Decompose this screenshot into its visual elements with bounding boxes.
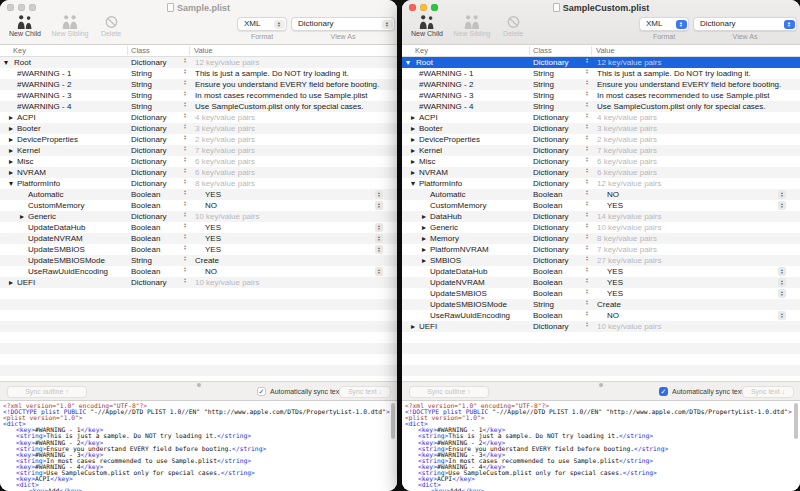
row-key[interactable]: #WARNING - 4 — [419, 102, 473, 111]
row-key[interactable]: CustomMemory — [28, 201, 84, 210]
value-stepper-icon[interactable]: ▴▾ — [184, 179, 186, 185]
auto-sync-checkbox[interactable]: ✓ — [659, 387, 668, 396]
row-key[interactable]: Generic — [28, 212, 56, 221]
boolean-stepper[interactable]: ▴▾ — [778, 267, 786, 276]
row-class[interactable]: Dictionary — [533, 234, 569, 243]
row-value[interactable]: YES — [607, 201, 623, 210]
row-value[interactable]: YES — [205, 234, 221, 243]
disclosure-open-icon[interactable]: ▾ — [4, 58, 8, 67]
row-key[interactable]: NVRAM — [17, 168, 46, 177]
plist-row-warning-3[interactable]: #WARNING - 3String▴▾In most cases recomm… — [402, 90, 800, 101]
row-class[interactable]: String — [131, 80, 152, 89]
row-class[interactable]: Boolean — [131, 234, 160, 243]
plist-row-misc[interactable]: ▸MiscDictionary▴▾6 key/value pairs — [0, 156, 397, 167]
row-key[interactable]: UpdateSMBIOS — [430, 289, 487, 298]
value-stepper-icon[interactable]: ▴▾ — [184, 256, 186, 262]
row-value[interactable]: YES — [205, 190, 221, 199]
value-stepper-icon[interactable]: ▴▾ — [586, 69, 588, 75]
row-class[interactable]: Dictionary — [533, 124, 569, 133]
row-value[interactable]: NO — [205, 267, 217, 276]
value-stepper-icon[interactable]: ▴▾ — [586, 135, 588, 141]
value-stepper-icon[interactable]: ▴▾ — [184, 102, 186, 108]
disclosure-closed-icon[interactable]: ▸ — [9, 157, 13, 166]
row-value[interactable]: 7 key/value pairs — [597, 245, 657, 254]
plist-row-booter[interactable]: ▸BooterDictionary▴▾3 key/value pairs — [402, 123, 800, 134]
row-class[interactable]: Dictionary — [131, 58, 167, 67]
disclosure-closed-icon[interactable]: ▸ — [422, 212, 426, 221]
row-key[interactable]: UEFI — [419, 322, 437, 331]
boolean-stepper[interactable]: ▴▾ — [375, 190, 383, 199]
row-key[interactable]: Root — [14, 58, 31, 67]
value-stepper-icon[interactable]: ▴▾ — [184, 113, 186, 119]
sync-text-button[interactable]: Sync text ↓ — [339, 386, 391, 398]
plist-row-userawuuidencoding[interactable]: UseRawUuidEncodingBoolean▴▾NO▴▾ — [0, 266, 397, 277]
disclosure-closed-icon[interactable]: ▸ — [9, 168, 13, 177]
row-class[interactable]: Dictionary — [533, 223, 569, 232]
row-key[interactable]: #WARNING - 3 — [17, 91, 71, 100]
row-class[interactable]: Boolean — [533, 289, 562, 298]
row-key[interactable]: PlatformInfo — [17, 179, 60, 188]
value-stepper-icon[interactable]: ▴▾ — [586, 322, 588, 328]
sync-outline-button[interactable]: Sync outline ↑ — [409, 386, 489, 398]
row-class[interactable]: Dictionary — [131, 157, 167, 166]
row-key[interactable]: #WARNING - 2 — [17, 80, 71, 89]
value-stepper-icon[interactable]: ▴▾ — [184, 245, 186, 251]
row-class[interactable]: Dictionary — [131, 168, 167, 177]
row-value[interactable]: NO — [607, 311, 619, 320]
row-key[interactable]: Misc — [419, 157, 435, 166]
row-value[interactable]: Use SampleCustom.plist only for special … — [597, 102, 766, 111]
value-stepper-icon[interactable]: ▴▾ — [184, 58, 186, 64]
row-class[interactable]: Boolean — [533, 190, 562, 199]
row-class[interactable]: Boolean — [131, 201, 160, 210]
plist-row-warning-4[interactable]: #WARNING - 4String▴▾Use SampleCustom.pli… — [0, 101, 397, 112]
disclosure-closed-icon[interactable]: ▸ — [411, 113, 415, 122]
column-value[interactable]: Value — [596, 46, 615, 55]
value-stepper-icon[interactable]: ▴▾ — [586, 234, 588, 240]
row-key[interactable]: Kernel — [17, 146, 40, 155]
row-value[interactable]: YES — [607, 289, 623, 298]
plist-row-userawuuidencoding[interactable]: UseRawUuidEncodingBoolean▴▾NO▴▾ — [402, 310, 800, 321]
plist-row-warning-1[interactable]: #WARNING - 1String▴▾This is just a sampl… — [0, 68, 397, 79]
row-value[interactable]: In most cases recommended to use Sample.… — [597, 91, 770, 100]
value-stepper-icon[interactable]: ▴▾ — [586, 256, 588, 262]
value-stepper-icon[interactable]: ▴▾ — [184, 267, 186, 273]
row-class[interactable]: String — [533, 300, 554, 309]
row-value[interactable]: YES — [607, 278, 623, 287]
row-class[interactable]: Dictionary — [533, 179, 569, 188]
disclosure-closed-icon[interactable]: ▸ — [9, 124, 13, 133]
value-stepper-icon[interactable]: ▴▾ — [586, 278, 588, 284]
value-stepper-icon[interactable]: ▴▾ — [586, 311, 588, 317]
row-value[interactable]: Create — [195, 256, 219, 265]
row-class[interactable]: String — [533, 69, 554, 78]
row-class[interactable]: String — [533, 80, 554, 89]
plist-row-uefi[interactable]: ▸UEFIDictionary▴▾10 key/value pairs — [0, 277, 397, 288]
value-stepper-icon[interactable]: ▴▾ — [184, 146, 186, 152]
row-class[interactable]: Boolean — [131, 190, 160, 199]
plist-row-booter[interactable]: ▸BooterDictionary▴▾3 key/value pairs — [0, 123, 397, 134]
plist-row-root[interactable]: ▾RootDictionary▴▾12 key/value pairs — [402, 57, 800, 68]
view-as-dropdown[interactable]: Dictionary ▴▾ — [291, 17, 395, 31]
plist-row-automatic[interactable]: AutomaticBoolean▴▾YES▴▾ — [0, 189, 397, 200]
plist-row-updatedatahub[interactable]: UpdateDataHubBoolean▴▾YES▴▾ — [402, 266, 800, 277]
boolean-stepper[interactable]: ▴▾ — [375, 234, 383, 243]
row-key[interactable]: #WARNING - 2 — [419, 80, 473, 89]
xml-source-editor[interactable]: <?xml version="1.0" encoding="UTF-8"?><!… — [0, 400, 397, 491]
plist-row-deviceproperties[interactable]: ▸DevicePropertiesDictionary▴▾2 key/value… — [402, 134, 800, 145]
plist-row-misc[interactable]: ▸MiscDictionary▴▾6 key/value pairs — [402, 156, 800, 167]
row-class[interactable]: Dictionary — [131, 179, 167, 188]
column-class[interactable]: Class — [533, 46, 552, 55]
value-stepper-icon[interactable]: ▴▾ — [184, 234, 186, 240]
row-value[interactable]: 10 key/value pairs — [195, 212, 259, 221]
format-dropdown[interactable]: XML ▴▾ — [639, 17, 689, 31]
row-class[interactable]: Dictionary — [533, 168, 569, 177]
row-key[interactable]: Root — [416, 58, 433, 67]
new-child-button[interactable]: New Child — [406, 15, 448, 37]
value-stepper-icon[interactable]: ▴▾ — [586, 80, 588, 86]
plist-row-updatesmbiosmode[interactable]: UpdateSMBIOSModeString▴▾Create — [402, 299, 800, 310]
auto-sync-checkbox[interactable]: ✓ — [257, 387, 266, 396]
row-key[interactable]: UpdateNVRAM — [430, 278, 485, 287]
value-stepper-icon[interactable]: ▴▾ — [586, 58, 588, 64]
boolean-stepper[interactable]: ▴▾ — [778, 278, 786, 287]
disclosure-closed-icon[interactable]: ▸ — [9, 278, 13, 287]
row-class[interactable]: Dictionary — [533, 245, 569, 254]
